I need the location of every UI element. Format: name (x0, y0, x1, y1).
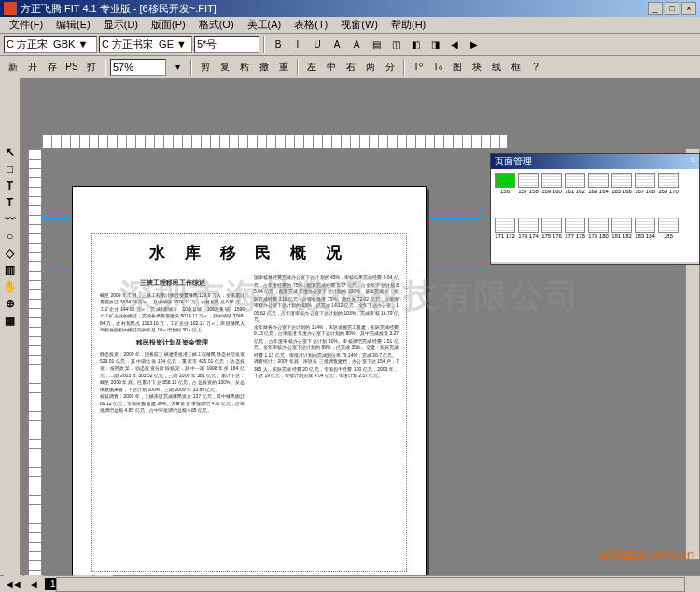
first-page-button[interactable]: ◀◀ (4, 575, 22, 593)
tool-button[interactable]: ▥ (1, 261, 20, 278)
file-button[interactable]: 打 (82, 58, 101, 77)
tool-button[interactable]: □ (1, 161, 20, 177)
format-button[interactable]: I (288, 35, 307, 54)
file-button[interactable]: 开 (23, 58, 42, 77)
edit-button[interactable]: 撤 (255, 58, 273, 77)
color-button[interactable]: T₀ (428, 58, 447, 77)
format-button[interactable]: A (328, 35, 346, 54)
menu-item[interactable]: 帮助(H) (385, 17, 431, 33)
doc-body: 调查统计：2009 年底，库区分 三批调查建档，办公室下达 154 户，7365… (254, 359, 399, 380)
page-thumbnail[interactable]: 169 170 (658, 173, 679, 215)
menu-item[interactable]: 编辑(E) (50, 17, 96, 33)
tool-button[interactable]: 〰 (1, 211, 20, 228)
edit-button[interactable]: 复 (216, 58, 234, 77)
page-thumbnail[interactable]: 171 172 (495, 218, 515, 260)
file-button[interactable]: PS (63, 58, 81, 77)
menu-item[interactable]: 表格(T) (288, 17, 333, 33)
prev-page-button[interactable]: ◀ (24, 575, 43, 593)
panel-close-icon[interactable]: × (690, 155, 695, 168)
page-thumbnail[interactable]: 175 176 (541, 218, 562, 260)
title-bar: 方正飞腾 FIT 4.1 专业版 - [6移民开发~.FIT] _ □ × (0, 0, 700, 17)
format-button[interactable]: ◨ (426, 35, 444, 54)
menu-item[interactable]: 视窗(W) (335, 17, 384, 33)
tool-button[interactable]: ◇ (1, 245, 20, 261)
tool-button[interactable]: ✋ (1, 278, 20, 295)
scrollbar-horizontal[interactable] (56, 577, 685, 592)
tool-button[interactable]: T (1, 177, 20, 194)
ruler-horizontal (41, 134, 508, 148)
page-thumbnail[interactable]: 163 164 (588, 173, 609, 215)
format-button[interactable]: ◧ (406, 35, 425, 54)
page-navigator: ◀◀ ◀ 156 ▶ ▶▶ (0, 575, 700, 592)
doc-body: 国审核算经费完成办公室下达计划的 45%，审核结果完成经费 9.64 亿元，占年… (254, 275, 399, 324)
zoom-arrow[interactable]: ▾ (168, 58, 187, 77)
format-button[interactable]: ▤ (367, 35, 385, 54)
page-thumbnail[interactable]: 165 166 (611, 173, 632, 215)
align-button[interactable]: 左 (302, 58, 321, 77)
edit-button[interactable]: 粘 (235, 58, 254, 77)
tool-button[interactable]: ⊕ (1, 295, 20, 312)
page-thumbnail[interactable]: 181 182 (611, 218, 632, 260)
font-size[interactable]: 5*号 (194, 36, 259, 53)
doc-title: 水 库 移 民 概 况 (100, 242, 399, 263)
page-thumbnail[interactable]: 161 162 (565, 173, 585, 215)
color-button[interactable]: 线 (487, 58, 506, 77)
format-button[interactable]: ◫ (386, 35, 405, 54)
align-button[interactable]: 分 (381, 58, 399, 77)
align-button[interactable]: 中 (322, 58, 341, 77)
page-manager-panel[interactable]: 页面管理 × 156157 158159 160161 162163 16416… (490, 153, 700, 265)
workspace: ↖□TT〰○◇▥✋⊕▦ 水 库 移 民 概 况 三峡工程移民工作综述 截至 20… (0, 78, 700, 575)
menu-item[interactable]: 显示(D) (98, 17, 144, 33)
page-thumbnail[interactable]: 156 (495, 173, 515, 215)
tool-palette: ↖□TT〰○◇▥✋⊕▦ (0, 78, 21, 575)
doc-body: 静态投资：2009 年，国务院三峡建委批准三峡工程移民静态补偿投资 529.01… (100, 351, 245, 393)
file-button[interactable]: 存 (43, 58, 62, 77)
page-thumbnail[interactable]: 173 174 (518, 218, 539, 260)
window-controls: _ □ × (648, 2, 696, 15)
format-button[interactable]: U (308, 35, 327, 54)
tool-button[interactable]: T (1, 194, 20, 211)
tool-button[interactable]: ○ (1, 228, 20, 245)
panel-title[interactable]: 页面管理 × (491, 154, 699, 169)
page-thumbnail[interactable]: 159 160 (541, 173, 562, 215)
file-button[interactable]: 新 (4, 58, 22, 77)
doc-body: 校核调查：2009 年，三峡库区完成移民资金 137 亿元，其中移民搬迁 89.… (100, 393, 245, 415)
edit-button[interactable]: 剪 (196, 58, 215, 77)
font-family-2[interactable]: C 方正书宋_GE ▼ (99, 36, 192, 53)
align-button[interactable]: 右 (342, 58, 360, 77)
app-icon (4, 2, 17, 15)
doc-body: 截至 2009 年 7 月，三峡工程累计搬迁安置移民 129.9 万人，全库累计… (100, 292, 245, 334)
ruler-vertical (28, 148, 42, 575)
align-button[interactable]: 两 (361, 58, 380, 77)
format-button[interactable]: B (269, 35, 287, 54)
format-button[interactable]: ▶ (465, 35, 483, 54)
page-thumbnail[interactable]: 167 168 (635, 173, 655, 215)
font-family-1[interactable]: C 方正宋_GBK ▼ (4, 36, 97, 53)
page-thumbnail[interactable]: 179 180 (588, 218, 609, 260)
format-button[interactable]: ◀ (445, 35, 464, 54)
close-button[interactable]: × (681, 2, 696, 15)
minimize-button[interactable]: _ (648, 2, 663, 15)
menu-item[interactable]: 版面(P) (146, 17, 191, 33)
tool-button[interactable]: ↖ (1, 144, 20, 161)
color-button[interactable]: 图 (448, 58, 467, 77)
toolbar-font: C 方正宋_GBK ▼ C 方正书宋_GE ▼ 5*号 BIUAA▤◫◧◨◀▶ (0, 34, 700, 56)
color-button[interactable]: 框 (507, 58, 525, 77)
color-button[interactable]: 块 (468, 58, 486, 77)
toolbar-main: 新开存PS打 57% ▾ 剪复粘撤重 左中右两分 T⁰T₀图块线框? (0, 56, 700, 78)
menu-item[interactable]: 美工(A) (242, 17, 287, 33)
page-thumbnail[interactable]: 185 (658, 218, 679, 260)
tool-button[interactable]: ▦ (1, 312, 20, 329)
page-thumbnail[interactable]: 183 184 (635, 218, 655, 260)
menu-item[interactable]: 格式(O) (193, 17, 240, 33)
color-button[interactable]: T⁰ (409, 58, 427, 77)
edit-button[interactable]: 重 (274, 58, 293, 77)
page-thumbnail[interactable]: 157 158 (518, 173, 539, 215)
menu-item[interactable]: 文件(F) (4, 17, 49, 33)
page-thumbnail[interactable]: 177 178 (565, 218, 585, 260)
maximize-button[interactable]: □ (665, 2, 679, 15)
document-page[interactable]: 水 库 移 民 概 况 三峡工程移民工作综述 截至 2009 年 7 月，三峡工… (72, 186, 427, 575)
zoom-combo[interactable]: 57% (110, 59, 166, 76)
color-button[interactable]: ? (526, 58, 545, 77)
format-button[interactable]: A (347, 35, 366, 54)
